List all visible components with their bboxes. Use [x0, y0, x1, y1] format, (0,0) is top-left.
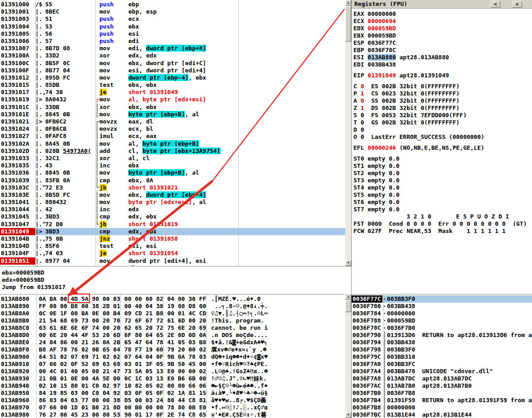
register-line[interactable]: Z 1 DS 002B 32bit 0(FFFFFFFF)	[352, 104, 532, 112]
disasm-row[interactable]: 01391035|.43│incebx	[0, 162, 345, 169]
register-line[interactable]: ST7 empty 0.0	[352, 206, 532, 213]
dump-row[interactable]: 013AB8C063 61 6E 6E 6F 74 00 2062 65 20 …	[0, 324, 345, 332]
dump-row[interactable]: 013AB98076 27 06 45 23 00 80 5390 01 17 …	[0, 411, 345, 418]
register-line[interactable]: S 0 FS 0053 32bit 7EFDD000(FFF)	[352, 112, 532, 119]
disasm-row[interactable]: 01391027|.0FAFC8│imulecx, eax	[0, 133, 345, 140]
register-line[interactable]: A 0 SS 002B 32bit 0(FFFFFFFF)	[352, 97, 532, 104]
disasm-row[interactable]: 01391004|.53pushebx	[0, 23, 345, 30]
scroll-up-button[interactable]: ▲	[345, 294, 351, 300]
stack-row[interactable]: 0036F7BC│013B1E44apt28.013B1E44	[352, 411, 532, 418]
disasm-row[interactable]: 01391033|.32C1│xoral, cl	[0, 155, 345, 162]
dump-row[interactable]: 013AB8E024 04 86 00 21 26 0A 2B65 47 64 …	[0, 339, 345, 346]
dump-row[interactable]: 013AB95084 19 85 03 00 C0 04 9203 0F 05 …	[0, 390, 345, 397]
disassembly-scrollbar[interactable]: ▲ ▼	[345, 0, 351, 266]
disasm-row[interactable]: 01391039|.83FB 0A│cmpebx, 0A	[0, 177, 345, 184]
register-line[interactable]: ECX 00000694	[352, 18, 532, 25]
dump-row[interactable]: 013AB91007 66 02 0F 52 69 63 6803 01 3F …	[0, 361, 345, 368]
disasm-row[interactable]: 0139104B|.,75 0Bjnzshort 01391058	[0, 235, 345, 242]
stack-row[interactable]: 0036F79C│003BB310	[352, 353, 532, 361]
dump-row[interactable]: 013AB93021 0B 01 0E 00 4A 5E 000C 1C 03 …	[0, 375, 345, 382]
register-line[interactable]: 3 2 1 0 E S P U O Z D I	[352, 213, 532, 220]
disasm-row[interactable]: 01391049|>3BD3cmpedx, ebx	[0, 228, 345, 235]
stack-row[interactable]: 0036F78C·0036F7B0	[352, 324, 532, 332]
register-line[interactable]: ST4 empty 0.0	[352, 184, 532, 191]
register-line[interactable]: ESI 013AB880 apt28.013AB880	[352, 54, 532, 61]
stack-row[interactable]: 0036F790│013913D6RETURN to apt28.013913D…	[352, 332, 532, 339]
disasm-row[interactable]: 0139100F|.8B77 04movesi, dword ptr [edi+…	[0, 67, 345, 74]
disasm-row[interactable]: 01391047|.^72 D0└jbshort 01391019	[0, 221, 345, 228]
disasm-row[interactable]: 01391045|.3BD3│cmpedx, ebx	[0, 213, 345, 220]
stack-row[interactable]: 0036F7A8│013AB7DCapt28.013AB7DC	[352, 375, 532, 382]
dump-row[interactable]: 013AB94002 10 15 80 01 C0 02 9710 82 05 …	[0, 382, 345, 390]
disasm-row[interactable]: 0139103C|.^72 E3└jbshort 01391021	[0, 184, 345, 191]
dump-row[interactable]: 013AB890FF 00 00 B8 00 38 2D 0100 40 04 …	[0, 303, 345, 310]
scroll-up-button[interactable]: ▲	[345, 0, 351, 6]
stack-row[interactable]: 0036F780·003BB438	[352, 303, 532, 310]
register-line[interactable]: FST 0000 Cond 0 0 0 0 Err 0 0 0 0 0 0 0 …	[352, 220, 532, 228]
registers-pane-button-1[interactable]: <	[490, 1, 500, 8]
register-line[interactable]: FCW 027F Prec NEAR,53 Mask 1 1 1 1 1 1	[352, 228, 532, 235]
dump-row[interactable]: 013AB97007 66 00 1D 01 B0 21 0D00 B0 00 …	[0, 404, 345, 411]
dump-scrollbar[interactable]: ▲ ▼	[345, 294, 351, 418]
stack-row[interactable]: 0036F794│003BB438	[352, 339, 532, 346]
disasm-row[interactable]: 01391000/$55pushebp	[0, 1, 345, 8]
stack-row[interactable]: 0036F798│003BB3F0	[352, 346, 532, 353]
register-line[interactable]: ST3 empty 0.0	[352, 177, 532, 184]
disasm-row[interactable]: 01391044|.42│incedx	[0, 206, 345, 213]
disasm-row[interactable]: 01391041|.880432│movbyte ptr [edx+esi], …	[0, 199, 345, 206]
register-line[interactable]: D 0	[352, 126, 532, 133]
stack-row[interactable]: 0036F77C·003BB3F0	[352, 295, 532, 303]
disasm-row[interactable]: 01391019|>8A0432┌moval, byte ptr [edx+es…	[0, 96, 345, 103]
disasm-row[interactable]: 01391024|.0FB6CB│movzxecx, bl	[0, 125, 345, 133]
register-line[interactable]: EFL 00000246 (NO,NB,E,BE,NS,PE,GE,LE)	[352, 144, 532, 152]
disasm-row[interactable]: 01391007|.8B7D 08movedi, dword ptr [ebp+…	[0, 45, 345, 52]
dump-row[interactable]: 013AB8800A BA 00 4D 5A 90 00 0300 00 00 …	[0, 295, 345, 303]
disasm-row[interactable]: 01391003|.51pushecx	[0, 15, 345, 23]
register-line[interactable]: ESP 0036F77C	[352, 39, 532, 47]
disasm-row[interactable]: 01391015|.85DBtestebx, ebx	[0, 81, 345, 89]
disasm-row[interactable]: 0139101C|.33DB│xorebx, ebx	[0, 104, 345, 111]
register-line[interactable]: ST1 empty 0.0	[352, 162, 532, 170]
dump-row[interactable]: 013AB8A00C 0E 1F 00 BA 0E 00 B409 CD 21 …	[0, 310, 345, 317]
disasm-row[interactable]: 01391001|.8BECmovebp, esp	[0, 8, 345, 15]
disasm-row[interactable]: 01391012|.895D FCmovdword ptr [ebp-4], e…	[0, 74, 345, 81]
register-line[interactable]: EDX 000059BD	[352, 25, 532, 32]
stack-row[interactable]: 0036F7AC│013AB7B0apt28.013AB7B0	[352, 382, 532, 390]
disasm-row[interactable]: 01391005|.56pushesi	[0, 30, 345, 38]
register-line[interactable]: EDI 003BB438	[352, 61, 532, 68]
disasm-row[interactable]: 0139101E|.8845 0B│movbyte ptr [ebp+B], a…	[0, 111, 345, 118]
disasm-row[interactable]: 01391021|>0FB6C2┌movzxeax, dl	[0, 118, 345, 125]
register-line[interactable]: ST5 empty 0.0	[352, 191, 532, 199]
disasm-row[interactable]: 01391051|.8977 04movdword ptr [edi+4], e…	[0, 257, 345, 265]
register-line[interactable]: C 0 ES 002B 32bit 0(FFFFFFFF)	[352, 83, 532, 90]
scroll-down-button[interactable]: ▼	[345, 260, 351, 266]
stack-row[interactable]: 0036F7B4│01391F59RETURN to apt28.01391F5…	[352, 397, 532, 404]
disasm-row[interactable]: 01391017|.,74 30jeshort 01391049	[0, 89, 345, 96]
disasm-row[interactable]: 01391006|.57pushedi	[0, 38, 345, 45]
dump-row[interactable]: 013AB8F0B8 AF 78 76 02 0B 65 0478 F7 19 …	[0, 346, 345, 353]
dump-row[interactable]: 013AB8B021 54 68 69 73 00 20 7072 6F 67 …	[0, 317, 345, 324]
register-line[interactable]: EBP 0036F78C	[352, 47, 532, 54]
disasm-row[interactable]: 0139104D|.85F6testesi, esi	[0, 242, 345, 250]
register-line[interactable]: EBX 000059BD	[352, 32, 532, 39]
register-line[interactable]: ST0 empty 0.0	[352, 155, 532, 162]
stack-row[interactable]: 0036F784·00000000	[352, 310, 532, 317]
dump-row[interactable]: 013AB8D000 6E 20 44 4F 53 20 6D6F 80 64 …	[0, 332, 345, 339]
register-line[interactable]: EIP 01391049 apt28.01391049	[352, 72, 532, 79]
stack-row[interactable]: 0036F7A4│003BB478UNICODE "cdnver.dll"	[352, 368, 532, 375]
register-line[interactable]: T 0 GS 002B 32bit 0(FFFFFFFF)	[352, 119, 532, 126]
disasm-row[interactable]: 0139100C|.8B5F 0Cmovebx, dword ptr [edi+…	[0, 60, 345, 67]
stack-row[interactable]: 0036F7B0│0036F7B8	[352, 390, 532, 397]
dump-row[interactable]: 013AB90064 51 02 07 69 71 02 0207 64 04 …	[0, 353, 345, 361]
scrollbar-thumb[interactable]	[345, 6, 351, 42]
scrollbar-thumb[interactable]	[345, 300, 351, 312]
registers-pane-button-2[interactable]: <	[512, 1, 522, 8]
register-line[interactable]: ST2 empty 0.0	[352, 170, 532, 177]
stack-row[interactable]: 0036F7B8│00000000	[352, 404, 532, 411]
register-line[interactable]: ST6 empty 0.0	[352, 199, 532, 206]
disasm-row[interactable]: 0139100A|.33D2xoredx, edx	[0, 52, 345, 59]
disasm-row[interactable]: 0139102A|.8A45 0B│moval, byte ptr [ebp+B…	[0, 140, 345, 147]
disasm-row[interactable]: 0139104F|.,74 03jeshort 01391054	[0, 250, 345, 257]
dump-row[interactable]: 013AB96086 03 04 03 77 00 00 38D5 00 03 …	[0, 397, 345, 404]
disasm-row[interactable]: 0139102D|.028B 54973A0(│addcl, byte ptr …	[0, 147, 345, 155]
